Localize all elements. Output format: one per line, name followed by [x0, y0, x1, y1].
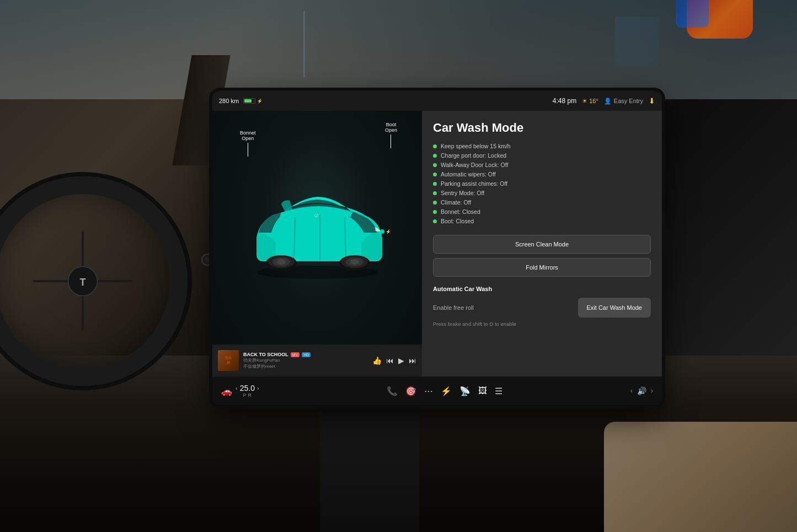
seat-area — [604, 422, 797, 532]
status-item-charge: Charge port door: Locked — [433, 152, 651, 159]
status-dot-bonnet — [433, 210, 437, 214]
topbar-right: 4:48 pm ☀ 16° 👤 Easy Entry ⬇ — [553, 96, 655, 105]
km-display: 280 km — [219, 98, 239, 104]
autopilot-icon[interactable]: ⚡ — [441, 386, 452, 396]
status-item-sentry: Sentry Mode: Off — [433, 190, 651, 196]
taskbar: 🚗 ‹ 25.0 › P R 📞 🎯 ⋯ — [212, 377, 662, 405]
carwash-title: Car Wash Mode — [433, 121, 651, 135]
volume-icon[interactable]: 🔊 — [637, 386, 646, 395]
boot-label-line — [391, 135, 391, 148]
screen-content: Bonnet Open Boot Open — [212, 111, 662, 377]
battery-fill — [244, 99, 252, 103]
status-dot-parking — [433, 182, 437, 186]
phone-icon[interactable]: 📞 — [387, 386, 398, 396]
svg-text:⚡: ⚡ — [386, 229, 391, 234]
music-artist: 功夫胖KungFuPan — [243, 357, 368, 363]
battery-lightning: ⚡ — [257, 99, 263, 104]
status-text-sentry: Sentry Mode: Off — [441, 190, 484, 196]
car-viz-panel: Bonnet Open Boot Open — [212, 111, 422, 377]
album-art: 功夫胖 — [218, 350, 239, 371]
car-taskbar-icon[interactable]: 🚗 — [221, 386, 232, 396]
battery-bar — [243, 98, 255, 104]
next-btn[interactable]: ⏭ — [409, 356, 416, 365]
status-item-parking: Parking assist chimes: Off — [433, 180, 651, 187]
like-btn[interactable]: 👍 — [372, 356, 382, 365]
music-title: BACK TO SCHOOL — [243, 352, 288, 357]
side-knob — [201, 254, 213, 266]
press-instruction: Press brake and shift to D to enable — [433, 321, 651, 327]
music-info: BACK TO SCHOOL MV HD 功夫胖KungFuPan 不会做梦的m… — [243, 352, 368, 369]
enable-free-roll-label: Enable free roll — [433, 304, 474, 311]
menu-icon[interactable]: ☰ — [495, 386, 502, 396]
taskbar-right: ‹ 🔊 › — [630, 386, 653, 395]
sun-icon: ☀ — [582, 98, 587, 105]
apps-icon[interactable]: ⋯ — [424, 386, 433, 396]
status-item-speed: Keep speed below 15 km/h — [433, 143, 651, 149]
media-icon[interactable]: 🎯 — [405, 386, 416, 396]
fold-mirrors-btn[interactable]: Fold Mirrors — [433, 258, 651, 277]
hd-badge: HD — [302, 352, 311, 357]
status-text-boot: Boot: Closed — [441, 218, 474, 224]
status-dot-wipers — [433, 173, 437, 176]
speed-arrow-right: › — [257, 385, 259, 391]
status-dot-walkaway — [433, 163, 437, 167]
taskbar-center: 📞 🎯 ⋯ ⚡ 📡 🖼 ☰ — [387, 386, 502, 396]
center-console — [320, 394, 419, 532]
download-icon[interactable]: ⬇ — [649, 96, 655, 105]
car-interior-bg: T 280 km ⚡ 4:48 pm ☀ 16° — [0, 0, 797, 532]
status-text-wipers: Automatic wipers: Off — [441, 171, 496, 178]
prev-btn[interactable]: ⏮ — [386, 356, 394, 365]
exit-carwash-btn[interactable]: Exit Car Wash Mode — [578, 298, 651, 318]
status-bar: 280 km ⚡ 4:48 pm ☀ 16° 👤 Easy Entry — [212, 91, 662, 111]
svg-point-12 — [380, 229, 384, 234]
easy-entry-status: 👤 Easy Entry — [604, 98, 643, 105]
steering-hub: T — [68, 266, 98, 297]
status-dot-charge — [433, 154, 437, 158]
auto-carwash-row: Enable free roll Exit Car Wash Mode — [433, 298, 651, 318]
status-list: Keep speed below 15 km/h Charge port doo… — [433, 143, 651, 227]
camera-icon[interactable]: 🖼 — [478, 386, 487, 396]
status-text-speed: Keep speed below 15 km/h — [441, 143, 511, 149]
speed-section: ‹ 25.0 › P R — [236, 384, 259, 398]
tesla-screen: 280 km ⚡ 4:48 pm ☀ 16° 👤 Easy Entry — [212, 91, 662, 405]
bg-pole — [303, 11, 305, 77]
carwash-panel: Car Wash Mode Keep speed below 15 km/h C… — [422, 111, 662, 377]
status-item-boot: Boot: Closed — [433, 218, 651, 224]
temperature: 16° — [589, 98, 598, 104]
screen-clean-btn[interactable]: Screen Clean Mode — [433, 235, 651, 254]
speed-display: ‹ 25.0 › — [236, 384, 259, 393]
car-svg: ⚡ ☑ — [234, 183, 400, 282]
status-dot-boot — [433, 219, 437, 223]
gear-display: P R — [243, 393, 252, 398]
music-title-row: BACK TO SCHOOL MV HD — [243, 352, 368, 357]
boot-label: Boot Open — [385, 122, 397, 150]
automatic-carwash-title: Automatic Car Wash — [433, 286, 651, 292]
status-text-climate: Climate: Off — [441, 199, 471, 206]
status-dot-climate — [433, 201, 437, 205]
volume-arrow-left[interactable]: ‹ — [630, 387, 633, 395]
svg-point-7 — [277, 259, 286, 265]
status-dot-speed — [433, 144, 437, 148]
status-text-bonnet: Bonnet: Closed — [441, 208, 480, 215]
status-dot-sentry — [433, 191, 437, 195]
status-text-parking: Parking assist chimes: Off — [441, 180, 507, 187]
status-item-bonnet: Bonnet: Closed — [433, 208, 651, 215]
play-btn[interactable]: ▶ — [398, 356, 404, 365]
speed-value: 25.0 — [240, 384, 255, 393]
volume-arrow-right[interactable]: › — [651, 387, 653, 395]
svg-point-11 — [350, 259, 359, 265]
gear-p: P — [243, 393, 247, 398]
music-subtitle: 不会做梦的meet — [243, 363, 368, 369]
battery-indicator: ⚡ — [243, 98, 263, 104]
music-controls: 👍 ⏮ ▶ ⏭ — [372, 356, 416, 365]
status-text-charge: Charge port door: Locked — [441, 152, 506, 159]
wifi-icon[interactable]: 📡 — [459, 386, 470, 396]
person-icon: 👤 — [604, 98, 612, 105]
bonnet-label-line — [248, 143, 248, 157]
taskbar-left: 🚗 ‹ 25.0 › P R — [221, 384, 259, 398]
steering-wheel-outer: T — [0, 176, 188, 386]
easy-entry-label: Easy Entry — [614, 98, 643, 104]
gear-r: R — [248, 393, 252, 398]
speed-arrow-left: ‹ — [236, 385, 238, 391]
status-text-walkaway: Walk-Away Door Lock: Off — [441, 162, 508, 168]
